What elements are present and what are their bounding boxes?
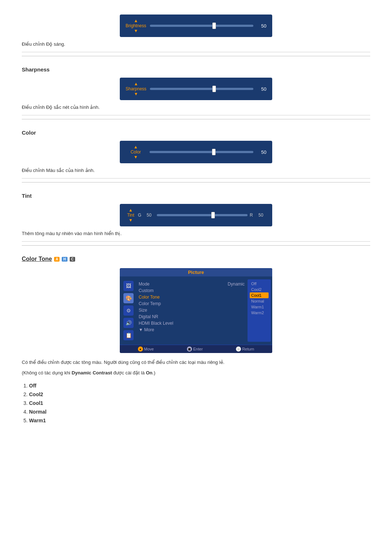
osd-wrapper: Picture 🖼 🎨 ⚙ 🔊 📋 Mode Dynamic	[120, 268, 272, 353]
menu-key-digital-nr: Digital NR	[139, 314, 158, 319]
tint-slider-box: ▲ Tint ▼ G 50 R 50	[120, 204, 272, 226]
osd-bottom-bar: ● Move ▣ Enter ○ Return	[120, 345, 272, 353]
tint-g-value: 50	[147, 213, 155, 218]
list-item-1-label: Off	[29, 383, 36, 389]
menu-key-mode: Mode	[139, 282, 150, 287]
brightness-section: ▲ Brightness ▼ 50 Điều chỉnh Độ sáng.	[22, 7, 370, 52]
sharpness-thumb[interactable]	[212, 86, 216, 92]
color-up-arrow: ▲	[134, 144, 138, 149]
osd-submenu: Off Cool2 Cool1 Normal Warm1 Warm2	[248, 279, 271, 342]
osd-icon-2: 🎨	[123, 293, 134, 303]
submenu-warm1: Warm1	[250, 304, 269, 310]
brightness-up-arrow: ▲	[134, 18, 138, 23]
menu-key-custom: Custom	[139, 288, 154, 293]
osd-icon-1: 🖼	[123, 281, 134, 291]
menu-row-digital-nr: Digital NR	[139, 313, 245, 320]
menu-key-color-temp: Color Temp	[139, 301, 161, 306]
sharpness-down-arrow: ▼	[134, 91, 138, 97]
brightness-slider-box: ▲ Brightness ▼ 50	[120, 15, 272, 37]
menu-row-color-temp: Color Temp	[139, 300, 245, 307]
list-item-5-label: Warm1	[29, 418, 46, 423]
color-tone-list: Off Cool2 Cool1 Normal Warm1	[22, 383, 370, 423]
menu-key-color-tone: Color Tone	[139, 295, 160, 300]
sharpness-value: 50	[257, 86, 266, 92]
osd-screen: Picture 🖼 🎨 ⚙ 🔊 📋 Mode Dynamic	[120, 268, 272, 353]
brightness-label: ▲ Brightness ▼	[126, 18, 146, 33]
tint-thumb[interactable]	[211, 212, 215, 218]
sharpness-label-text: Sharpness	[126, 86, 146, 91]
color-down-arrow: ▼	[134, 155, 138, 160]
color-tone-title-row: Color Tone A H C	[22, 256, 370, 262]
divider-3	[22, 182, 370, 182]
dynamic-contrast-bold: Dynamic Contrast	[72, 370, 112, 376]
color-desc: Điều chỉnh Màu sắc của hình ảnh.	[22, 168, 370, 173]
return-label: Return	[242, 347, 254, 351]
color-track[interactable]	[150, 151, 253, 153]
list-item-3-label: Cool1	[29, 400, 43, 406]
list-item-3: Cool1	[29, 400, 370, 406]
sharpness-title: Sharpness	[22, 66, 370, 73]
sharpness-slider-box: ▲ Sharpness ▼ 50	[120, 78, 272, 100]
color-slider-box: ▲ Color ▼ 50	[120, 141, 272, 163]
menu-row-mode: Mode Dynamic	[139, 281, 245, 287]
tint-track[interactable]	[157, 214, 248, 216]
menu-row-size: Size	[139, 307, 245, 313]
submenu-normal: Normal	[250, 298, 269, 304]
brightness-track[interactable]	[150, 25, 253, 27]
divider-4	[22, 245, 370, 246]
submenu-off: Off	[250, 281, 269, 287]
return-icon: ○	[236, 346, 241, 352]
badge-h: H	[62, 257, 67, 262]
osd-icons-column: 🖼 🎨 ⚙ 🔊 📋	[121, 279, 136, 342]
menu-key-size: Size	[139, 308, 147, 313]
enter-label: Enter	[193, 347, 203, 351]
submenu-cool2: Cool2	[250, 287, 269, 292]
osd-icon-3: ⚙	[123, 305, 134, 316]
list-item-2-label: Cool2	[29, 391, 43, 397]
osd-icon-4: 🔊	[123, 318, 134, 328]
brightness-desc: Điều chỉnh Độ sáng.	[22, 41, 370, 47]
color-title: Color	[22, 130, 370, 136]
sharpness-track[interactable]	[150, 88, 253, 90]
list-item-4-label: Normal	[29, 409, 46, 415]
color-label: ▲ Color ▼	[126, 144, 146, 160]
osd-menu: Mode Dynamic Custom Color Tone Color Tem…	[136, 279, 248, 342]
color-tone-desc2: (Không có tác dụng khi Dynamic Contrast …	[22, 369, 370, 377]
list-item-4: Normal	[29, 409, 370, 415]
color-tone-title: Color Tone	[22, 256, 52, 262]
tint-label-text: Tint	[127, 213, 134, 218]
list-item-2: Cool2	[29, 391, 370, 397]
badge-a: A	[54, 257, 60, 262]
osd-content: 🖼 🎨 ⚙ 🔊 📋 Mode Dynamic Custom	[120, 276, 272, 345]
list-item-5: Warm1	[29, 418, 370, 423]
menu-row-custom: Custom	[139, 287, 245, 294]
sharpness-desc: Điều chỉnh Độ sắc nét của hình ảnh.	[22, 104, 370, 110]
move-icon: ●	[138, 346, 143, 352]
submenu-warm2: Warm2	[250, 310, 269, 316]
tint-desc: Thêm tông màu tự nhiên vào màn hình hiển…	[22, 231, 370, 236]
tint-label-area: ▲ Tint ▼	[126, 208, 136, 223]
sharpness-section: Sharpness ▲ Sharpness ▼ 50 Điều chỉnh Độ…	[22, 59, 370, 115]
divider-1	[22, 56, 370, 56]
tint-section: Tint ▲ Tint ▼ G 50 R 50 Thêm tông màu tự…	[22, 185, 370, 242]
color-value: 50	[257, 149, 266, 155]
list-item-1: Off	[29, 383, 370, 389]
tint-down-arrow: ▼	[128, 218, 133, 223]
tint-up-arrow: ▲	[128, 208, 133, 213]
tint-r-value: 50	[258, 213, 266, 218]
submenu-cool1: Cool1	[250, 292, 269, 298]
color-section: Color ▲ Color ▼ 50 Điều chỉnh Màu sắc củ…	[22, 122, 370, 178]
brightness-thumb[interactable]	[212, 22, 216, 29]
menu-row-color-tone: Color Tone	[139, 294, 245, 300]
menu-key-hdmi: HDMI Black Level	[139, 321, 173, 326]
menu-key-more: ▼ More	[139, 327, 154, 332]
menu-row-more: ▼ More	[139, 327, 245, 333]
badge-c: C	[70, 257, 75, 262]
tint-g-label: G	[138, 213, 144, 218]
color-label-text: Color	[131, 149, 141, 155]
brightness-value: 50	[257, 23, 266, 29]
sharpness-up-arrow: ▲	[134, 81, 138, 86]
color-thumb[interactable]	[212, 149, 216, 155]
tint-r-label: R	[250, 213, 256, 218]
osd-title-bar: Picture	[120, 268, 272, 276]
